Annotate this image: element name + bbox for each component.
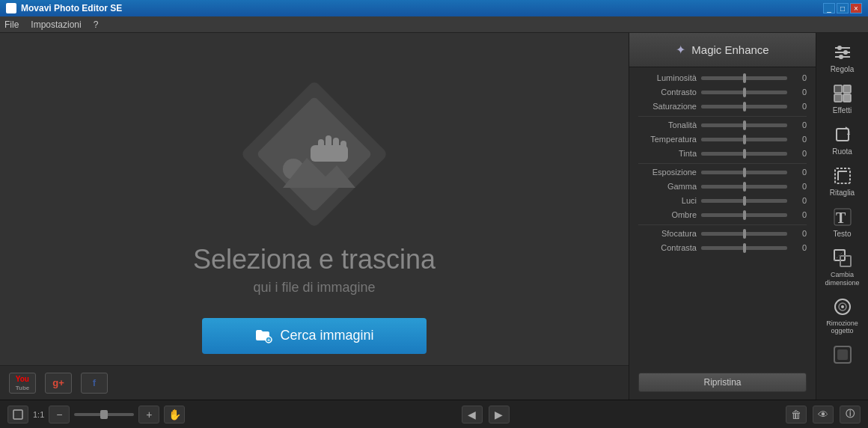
sidebar-item-extra[interactable] — [819, 340, 867, 372]
svg-rect-18 — [843, 85, 851, 93]
rimozione-icon — [832, 296, 853, 317]
youtube-button[interactable]: YouTube — [9, 373, 36, 394]
esposizione-label: Esposizione — [638, 168, 697, 177]
sidebar-item-regola[interactable]: Regola — [819, 37, 867, 79]
magic-enhance-label: Magic Enhance — [691, 43, 768, 56]
sidebar-item-cambia-dim[interactable]: Cambia dimensione — [819, 243, 867, 292]
effetti-icon — [832, 83, 853, 104]
window-controls[interactable]: _ □ × — [823, 3, 862, 13]
zoom-out-button[interactable]: − — [49, 406, 70, 424]
ombre-slider[interactable] — [701, 213, 787, 217]
close-button[interactable]: × — [850, 3, 862, 13]
contrasto-label: Contrasto — [638, 88, 697, 97]
gamma-label: Gamma — [638, 182, 697, 191]
contrasta-value: 0 — [792, 243, 807, 252]
minimize-button[interactable]: _ — [823, 3, 835, 13]
find-images-button[interactable]: + Cerca immagini — [202, 318, 427, 354]
esposizione-slider[interactable] — [701, 171, 787, 174]
bottom-bar: 1:1 − + ✋ ◀ ▶ 🗑 👁 ⓘ — [0, 400, 868, 428]
luci-slider[interactable] — [701, 199, 787, 203]
cambia-dim-label: Cambia dimensione — [822, 271, 864, 287]
delete-button[interactable]: 🗑 — [786, 406, 807, 424]
pan-tool-button[interactable]: ✋ — [164, 406, 185, 424]
social-bar: YouTube g+ f — [0, 365, 629, 400]
drop-text-sub: qui i file di immagine — [253, 280, 375, 296]
maximize-button[interactable]: □ — [837, 3, 849, 13]
sidebar-item-rimozione[interactable]: Rimozione oggetto — [819, 292, 867, 340]
tinta-value: 0 — [792, 149, 807, 158]
app-title: Movavi Photo Editor SE — [21, 3, 122, 13]
zoom-slider[interactable] — [74, 413, 134, 416]
luci-label: Luci — [638, 196, 697, 205]
info-button[interactable]: ⓘ — [840, 406, 861, 424]
temperatura-row: Temperatura 0 — [638, 135, 807, 144]
eye-button[interactable]: 👁 — [813, 406, 834, 424]
youtube-icon: YouTube — [16, 375, 30, 391]
canvas-area[interactable]: Seleziona e trascina qui i file di immag… — [0, 33, 629, 400]
saturazione-slider[interactable] — [701, 105, 787, 108]
sfocatura-slider[interactable] — [701, 232, 787, 236]
sidebar-item-effetti[interactable]: Effetti — [819, 79, 867, 120]
menu-file[interactable]: File — [4, 19, 19, 30]
sidebar-item-ritaglia[interactable]: Ritaglia — [819, 161, 867, 202]
menu-impostazioni[interactable]: Impostazioni — [31, 19, 81, 30]
gamma-slider[interactable] — [701, 185, 787, 189]
luminosita-slider[interactable] — [701, 76, 787, 80]
tonalita-slider[interactable] — [701, 123, 787, 127]
luminosita-value: 0 — [792, 73, 807, 82]
tonalita-value: 0 — [792, 120, 807, 129]
saturazione-label: Saturazione — [638, 102, 697, 111]
svg-rect-36 — [13, 410, 22, 419]
contrasta-label: Contrasta — [638, 243, 697, 252]
contrasta-row: Contrasta 0 — [638, 243, 807, 252]
contrasta-slider[interactable] — [701, 246, 787, 250]
contrasto-row: Contrasto 0 — [638, 88, 807, 97]
esposizione-value: 0 — [792, 168, 807, 177]
facebook-button[interactable]: f — [81, 373, 108, 394]
svg-text:+: + — [267, 337, 270, 343]
sidebar-item-testo[interactable]: T Testo — [819, 202, 867, 243]
svg-rect-19 — [834, 94, 842, 102]
tinta-row: Tinta 0 — [638, 149, 807, 158]
content-wrapper: Seleziona e trascina qui i file di immag… — [0, 33, 868, 400]
esposizione-row: Esposizione 0 — [638, 168, 807, 177]
drop-illustration — [239, 79, 389, 229]
facebook-icon: f — [93, 377, 96, 388]
ritaglia-label: Ritaglia — [830, 189, 855, 198]
svg-point-33 — [841, 305, 844, 308]
regola-icon — [832, 42, 853, 63]
contrasto-slider[interactable] — [701, 91, 787, 94]
luminosita-row: Luminosità 0 — [638, 73, 807, 82]
menubar: File Impostazioni ? — [0, 16, 868, 33]
extra-icon — [832, 344, 853, 365]
rimozione-label: Rimozione oggetto — [822, 320, 864, 336]
temperatura-slider[interactable] — [701, 138, 787, 141]
zoom-label: 1:1 — [33, 410, 44, 419]
sliders-area: Luminosità 0 Contrasto 0 Saturazione 0 T… — [629, 67, 816, 368]
next-button[interactable]: ▶ — [489, 406, 510, 424]
menu-help[interactable]: ? — [94, 19, 99, 30]
title-left: Movavi Photo Editor SE — [6, 3, 122, 13]
zoom-in-button[interactable]: + — [138, 406, 159, 424]
divider-2 — [638, 163, 807, 164]
ombre-label: Ombre — [638, 210, 697, 219]
sfocatura-label: Sfocatura — [638, 229, 697, 238]
gplus-button[interactable]: g+ — [45, 373, 72, 394]
svg-rect-35 — [837, 349, 848, 360]
icon-panel: Regola Effetti Ruota — [816, 33, 868, 400]
tinta-slider[interactable] — [701, 152, 787, 156]
gamma-value: 0 — [792, 182, 807, 191]
svg-rect-20 — [843, 94, 851, 102]
ruota-label: Ruota — [832, 147, 852, 156]
contrasto-value: 0 — [792, 88, 807, 97]
testo-icon: T — [832, 207, 853, 227]
gamma-row: Gamma 0 — [638, 182, 807, 191]
app-icon — [6, 3, 16, 13]
effetti-label: Effetti — [833, 106, 852, 115]
svg-rect-17 — [834, 85, 842, 93]
magic-enhance-button[interactable]: ✦ Magic Enhance — [629, 33, 816, 67]
reset-button[interactable]: Ripristina — [638, 373, 807, 392]
sidebar-item-ruota[interactable]: Ruota — [819, 120, 867, 161]
crop-tool-button[interactable] — [7, 406, 28, 424]
prev-button[interactable]: ◀ — [462, 406, 483, 424]
